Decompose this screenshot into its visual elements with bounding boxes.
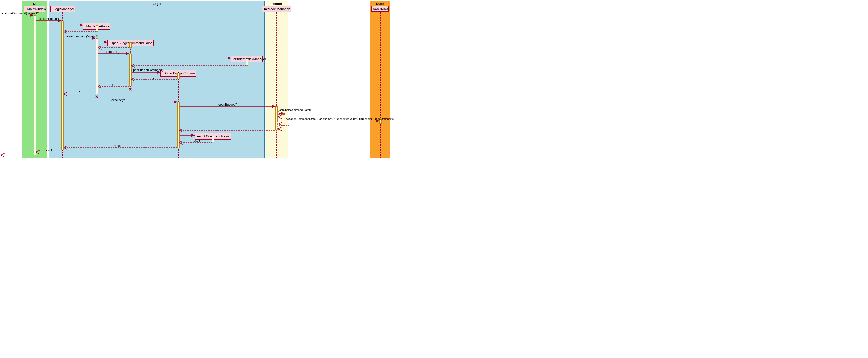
msg-executecommand: executeCommand("open 1")	[1, 11, 39, 15]
msg-parsecommand: parseCommand("open 1")	[65, 35, 100, 38]
msg-result3: result	[45, 149, 52, 152]
msg-c2: c	[112, 83, 114, 86]
msg-result2: result	[114, 144, 121, 148]
msg-setopenstate-i: setOpenCommandState(i)	[279, 109, 312, 111]
msg-openbudget-i: openBudget(i)	[218, 103, 237, 107]
msg-i: i	[187, 62, 188, 66]
msg-result1: result	[193, 139, 200, 143]
msg-c3: c	[79, 90, 80, 94]
msg-parse: parse("1")	[106, 50, 119, 54]
sequence-diagram: Ui Logic Model State :MainWindow :LogicM…	[0, 0, 391, 160]
msg-execute: execute("open 1")	[38, 17, 61, 21]
msg-setopenstate-long: setOpenCommandState("PageName", "Expendi…	[286, 117, 394, 120]
arrows-layer	[0, 0, 391, 160]
msg-openbudgetcmd-i: OpenBudgetCommand(i)	[131, 68, 164, 72]
msg-execute-m: execute(m)	[112, 98, 126, 102]
msg-c1: c	[153, 76, 154, 79]
